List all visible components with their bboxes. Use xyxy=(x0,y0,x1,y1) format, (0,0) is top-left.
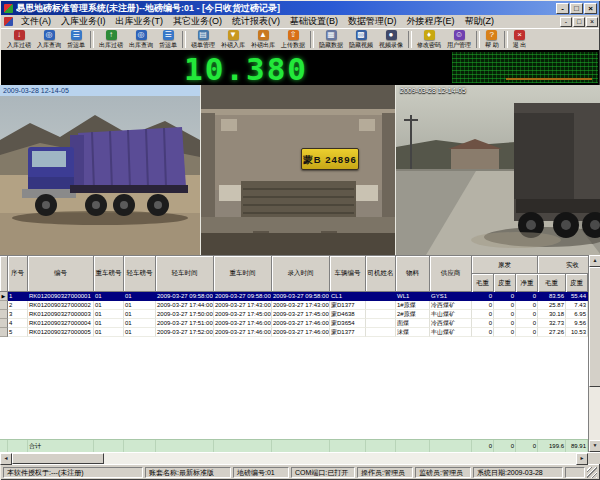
status-operator: 操作员:管理员 xyxy=(357,467,413,478)
toolbar-ruku-chaxun[interactable]: ◎入库查询 xyxy=(35,29,63,50)
cell-sj xyxy=(366,301,396,310)
cell-idx: 2 xyxy=(8,301,28,310)
header-sub-row: 毛重皮重净重 xyxy=(472,274,537,292)
toolbar-tuichu[interactable]: ×退 出 xyxy=(511,29,529,50)
yonghu-guanli-icon: ☺ xyxy=(454,30,465,40)
cell-bh: RK0120090327000004 xyxy=(28,319,94,328)
chuku-guobang-label: 出库过磅 xyxy=(99,41,123,49)
scroll-left-icon[interactable]: ◄ xyxy=(0,453,12,465)
mdi-restore-button[interactable]: □ xyxy=(573,17,585,27)
bangdan-guanli-label: 磅单管理 xyxy=(191,41,215,49)
bangdan-guanli-icon: ▤ xyxy=(198,30,209,40)
vertical-scroll-thumb[interactable] xyxy=(589,267,600,387)
maximize-button[interactable]: □ xyxy=(570,3,583,14)
toolbar-ruku-guobang[interactable]: ↓入库过磅 xyxy=(5,29,33,50)
cell-zsj: 2009-03-27 17:43:00 xyxy=(214,301,272,310)
toolbar-bubang-chuku[interactable]: ▲补磅出库 xyxy=(249,29,277,50)
camera-strip: 2009-03-28 12-14-05 蒙B 24 xyxy=(0,85,600,255)
horizontal-scrollbar[interactable]: ◄ ► xyxy=(0,452,600,464)
yonghu-guanli-label: 用户管理 xyxy=(447,41,471,49)
toolbar-shangchuan-shuju[interactable]: ⇧上传数据 xyxy=(279,29,307,50)
cell-gys: 丰山煤矿 xyxy=(430,328,472,337)
header-idx: 序号 xyxy=(8,256,28,292)
toolbar-shipin-luxiang[interactable]: ●视频录像 xyxy=(377,29,405,50)
toolbar-bubang-ruku[interactable]: ▼补磅入库 xyxy=(219,29,247,50)
cell-ss_pz: 7.43 xyxy=(566,301,588,310)
header-group: 原发毛重皮重净重 xyxy=(472,256,538,292)
horizontal-scroll-track[interactable] xyxy=(104,453,576,464)
cell-yf_mz: 0 xyxy=(472,310,494,319)
chuku-chaxun-icon: ◎ xyxy=(136,30,147,40)
menu-help[interactable]: 帮助(Z) xyxy=(460,15,500,28)
bubang-chuku-icon: ▲ xyxy=(258,30,269,40)
row-indicator xyxy=(0,310,8,319)
toolbar-xiugai-mima[interactable]: ♦修改密码 xyxy=(415,29,443,50)
camera-1-photo xyxy=(0,85,200,255)
menu-tongji-baobiao[interactable]: 统计报表(V) xyxy=(227,15,285,28)
cell-sj xyxy=(366,328,396,337)
toolbar-bangzhu[interactable]: ?帮 助 xyxy=(483,29,501,50)
cell-qbh: 01 xyxy=(124,292,156,301)
menu-shuju-guanli[interactable]: 数据管理(D) xyxy=(343,15,402,28)
bubang-ruku-label: 补磅入库 xyxy=(221,41,245,49)
toolbar-yincang-shuju[interactable]: ▦隐藏数据 xyxy=(317,29,345,50)
row-indicator xyxy=(0,319,8,328)
scroll-down-icon[interactable]: ▼ xyxy=(589,440,600,452)
yincang-shipin-icon: ▩ xyxy=(356,30,367,40)
mdi-close-button[interactable]: × xyxy=(586,17,598,27)
toolbar-separator xyxy=(182,31,186,48)
header-yf_pz: 皮重 xyxy=(494,274,516,292)
menu-file[interactable]: 文件(A) xyxy=(16,15,56,28)
menu-waijie-chengxu[interactable]: 外接程序(E) xyxy=(402,15,460,28)
menu-jichu-shezhi[interactable]: 基础设置(B) xyxy=(285,15,343,28)
toolbar-bangdan-guanli[interactable]: ▤磅单管理 xyxy=(189,29,217,50)
toolbar-huoyundan-in[interactable]: ☰货运单 xyxy=(65,29,87,50)
table-body: ▶1RK012009032700000101012009-03-27 09:58… xyxy=(0,292,600,337)
cell-cl: 蒙D4638 xyxy=(330,310,366,319)
huoyundan-in-icon: ☰ xyxy=(71,30,82,40)
table-row[interactable]: 4RK012009032700000401012009-03-27 17:51:… xyxy=(0,319,600,328)
table-row[interactable]: 5RK012009032700000501012009-03-27 17:52:… xyxy=(0,328,600,337)
cell-yf_mz: 0 xyxy=(472,319,494,328)
status-account: 账套名称:最新标准版 xyxy=(145,467,231,478)
cell-idx: 4 xyxy=(8,319,28,328)
cell-yf_mz: 0 xyxy=(472,301,494,310)
toolbar-huoyundan-out[interactable]: ☰货运单 xyxy=(157,29,179,50)
toolbar-yonghu-guanli[interactable]: ☺用户管理 xyxy=(445,29,473,50)
cell-zbh: 01 xyxy=(94,301,124,310)
scroll-right-icon[interactable]: ► xyxy=(576,453,588,465)
cell-yf_pz: 0 xyxy=(494,328,516,337)
menu-ruku-yewu[interactable]: 入库业务(I) xyxy=(56,15,111,28)
cell-qsj: 2009-03-27 17:50:00 xyxy=(156,310,214,319)
menu-qita-yewu[interactable]: 其它业务(O) xyxy=(168,15,227,28)
cell-lsj: 2009-03-27 17:46:00 xyxy=(272,328,330,337)
scroll-up-icon[interactable]: ▲ xyxy=(589,255,600,267)
vertical-scrollbar[interactable]: ▲ ▼ xyxy=(588,255,600,452)
shipin-luxiang-label: 视频录像 xyxy=(379,41,403,49)
app-icon xyxy=(4,4,13,13)
toolbar-chuku-guobang[interactable]: ↑出库过磅 xyxy=(97,29,125,50)
table-row[interactable]: ▶1RK012009032700000101012009-03-27 09:58… xyxy=(0,292,600,301)
table-row[interactable]: 2RK012009032700000201012009-03-27 17:44:… xyxy=(0,301,600,310)
close-button[interactable]: × xyxy=(584,3,597,14)
toolbar-separator xyxy=(408,31,412,48)
cell-sj xyxy=(366,292,396,301)
cell-yf_mz: 0 xyxy=(472,328,494,337)
toolbar-yincang-shipin[interactable]: ▩隐藏视频 xyxy=(347,29,375,50)
menu-chuku-yewu[interactable]: 出库业务(T) xyxy=(111,15,169,28)
table-row[interactable]: 3RK012009032700000301012009-03-27 17:50:… xyxy=(0,310,600,319)
row-indicator: ▶ xyxy=(0,292,8,301)
cell-qbh: 01 xyxy=(124,328,156,337)
cell-cl: 蒙D3654 xyxy=(330,319,366,328)
header-sj: 司机姓名 xyxy=(366,256,396,292)
huoyundan-out-label: 货运单 xyxy=(159,41,177,49)
horizontal-scroll-thumb[interactable] xyxy=(12,453,104,464)
cell-lsj: 2009-03-27 09:58:00 xyxy=(272,292,330,301)
cell-ss_pz: 10.53 xyxy=(566,328,588,337)
cell-ss_mz: 32.73 xyxy=(538,319,566,328)
toolbar-chuku-chaxun[interactable]: ◎出库查询 xyxy=(127,29,155,50)
mdi-minimize-button[interactable]: - xyxy=(560,17,572,27)
minimize-button[interactable]: - xyxy=(556,3,569,14)
dot-matrix-cursor-line xyxy=(506,78,592,80)
header-wl: 物料 xyxy=(396,256,430,292)
